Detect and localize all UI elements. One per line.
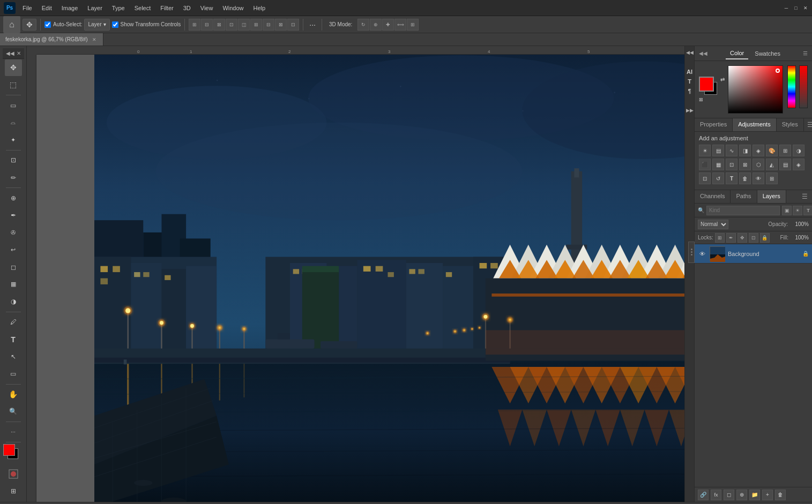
exposure-adj-btn[interactable]: ◨ [739, 145, 751, 156]
adj-del-btn[interactable]: 🗑 [739, 172, 751, 184]
path-select-button[interactable]: ↖ [5, 348, 22, 365]
align-top-button[interactable]: ⊡ [226, 19, 237, 31]
doc-tab-close-button[interactable]: ✕ [91, 36, 98, 43]
styles-tab[interactable]: Styles [777, 118, 804, 131]
brightness-adj-btn[interactable]: ☀ [699, 145, 711, 156]
color-saturation-box[interactable] [728, 65, 783, 114]
distribute-v-button[interactable]: ⊠ [275, 19, 287, 31]
adj-prev-btn[interactable]: ↺ [712, 172, 724, 184]
reset-colors-button[interactable]: ⊠ [699, 97, 703, 102]
blend-mode-select[interactable]: Normal Multiply Screen Overlay [698, 220, 728, 229]
menu-select[interactable]: Select [130, 3, 155, 13]
layers-search-input[interactable] [706, 206, 780, 215]
color-panel-menu[interactable]: ☰ [803, 50, 808, 56]
hue-sat-adj-btn[interactable]: 🎨 [766, 145, 778, 156]
eraser-button[interactable]: ◻ [5, 259, 22, 275]
distribute-button[interactable]: ⊡ [287, 19, 299, 31]
artboard-tool-button[interactable]: ⬚ [5, 77, 22, 93]
ai-collapse-top[interactable]: ◀◀ [686, 48, 694, 57]
posterize-btn[interactable]: ⬡ [753, 159, 764, 170]
menu-type[interactable]: Type [108, 3, 129, 13]
hue-slider[interactable] [787, 65, 796, 108]
invert-btn[interactable]: ⊠ [739, 159, 751, 170]
adj-eye-btn[interactable]: 👁 [753, 172, 764, 184]
menu-help[interactable]: Help [249, 3, 270, 13]
opacity-value[interactable]: 100% [790, 221, 809, 227]
foreground-color-swatch[interactable] [3, 444, 15, 456]
layer-new-btn[interactable]: + [762, 490, 773, 500]
auto-select-checkbox[interactable] [44, 21, 51, 28]
ai-type-btn[interactable]: T [686, 77, 694, 86]
lock-all-btn[interactable]: 🔒 [760, 233, 770, 243]
channels-tab[interactable]: Channels [695, 190, 731, 203]
filter-adj-icon[interactable]: ☀ [793, 206, 802, 215]
swap-colors-button[interactable]: ⇄ [720, 77, 725, 82]
layer-adj-btn[interactable]: ⊕ [736, 490, 747, 500]
zoom-tool-button[interactable]: 🔍 [5, 403, 22, 420]
menu-filter[interactable]: Filter [156, 3, 177, 13]
marquee-tool-button[interactable]: ▭ [5, 97, 22, 114]
layer-background-item[interactable]: 👁 Background 🔒 [695, 244, 812, 264]
home-button[interactable]: ⌂ [3, 16, 20, 33]
clone-stamp-button[interactable]: ✇ [5, 224, 22, 241]
foreground-color-display[interactable] [699, 77, 714, 92]
more-tools-button[interactable]: ··· [5, 424, 22, 440]
align-center-v-button[interactable]: ◫ [238, 19, 250, 31]
crop-tool-button[interactable]: ⊡ [5, 152, 22, 169]
lock-paint-btn[interactable]: ✒ [726, 233, 736, 243]
menu-3d[interactable]: 3D [179, 3, 195, 13]
maximize-button[interactable]: □ [792, 4, 800, 12]
3d-pan-button[interactable]: ✚ [382, 19, 394, 31]
color-tab[interactable]: Color [726, 48, 748, 59]
move-tool-options[interactable]: ✥ [23, 19, 36, 31]
vibrance-adj-btn[interactable]: ◈ [753, 145, 764, 156]
menu-layer[interactable]: Layer [83, 3, 107, 13]
quick-mask-button[interactable] [5, 465, 22, 482]
layer-delete-btn[interactable]: 🗑 [775, 490, 786, 500]
curves-adj-btn[interactable]: ∿ [726, 145, 737, 156]
3d-rotate-button[interactable]: ↻ [357, 19, 369, 31]
color-balance-adj-btn[interactable]: ⊞ [779, 145, 791, 156]
hand-tool-button[interactable]: ✋ [5, 386, 22, 403]
layer-fx-btn[interactable]: fx [711, 490, 721, 500]
3d-roll-button[interactable]: ⊕ [370, 19, 382, 31]
layer-folder-btn[interactable]: 📁 [749, 490, 760, 500]
gradient-button[interactable]: ▦ [5, 276, 22, 292]
panel-collapse-handle[interactable] [688, 242, 695, 263]
adj-panel-menu[interactable]: ☰ [804, 118, 812, 131]
layer-mask-btn[interactable]: ◻ [724, 490, 734, 500]
lasso-tool-button[interactable]: ⌓ [5, 114, 22, 131]
adj-grid-btn[interactable]: ⊞ [766, 172, 778, 184]
menu-view[interactable]: View [196, 3, 218, 13]
close-button[interactable]: ✕ [801, 4, 810, 12]
move-tool-button[interactable]: ✥ [5, 59, 22, 76]
menu-file[interactable]: File [18, 3, 36, 13]
lock-position-btn[interactable]: ✥ [737, 233, 747, 243]
ai-expand-btn[interactable]: ▶▶ [686, 106, 694, 115]
more-options-button[interactable]: ··· [307, 19, 318, 30]
toolbar-close-icon[interactable]: ✕ [17, 50, 21, 56]
align-bottom-button[interactable]: ⊞ [250, 19, 262, 31]
filter-type-icon[interactable]: T [803, 206, 812, 215]
ai-text-btn[interactable]: AI [686, 67, 694, 76]
align-left-button[interactable]: ⊞ [189, 19, 200, 31]
history-brush-button[interactable]: ↩ [5, 242, 22, 258]
bw-adj-btn[interactable]: ◑ [793, 145, 804, 156]
adjustments-tab[interactable]: Adjustments [733, 118, 777, 131]
3d-slide-button[interactable]: ⟺ [394, 19, 406, 31]
document-tab[interactable]: feskekorka.jpg @ 66,7% (RGB/8#) ✕ [0, 33, 103, 46]
minimize-button[interactable]: ─ [782, 4, 791, 12]
menu-image[interactable]: Image [57, 3, 83, 13]
3d-scale-button[interactable]: ⊞ [407, 19, 419, 31]
distribute-h-button[interactable]: ⊟ [263, 19, 274, 31]
eyedropper-button[interactable]: ✏ [5, 169, 22, 186]
alpha-slider[interactable] [799, 65, 808, 108]
filter-pixel-icon[interactable]: ▣ [782, 206, 792, 215]
adj-clip-btn[interactable]: ⊡ [699, 172, 711, 184]
healing-brush-button[interactable]: ⊕ [5, 190, 22, 206]
shape-tool-button[interactable]: ▭ [5, 365, 22, 382]
pen-tool-button[interactable]: 🖊 [5, 314, 22, 330]
text-tool-button[interactable]: T [5, 331, 22, 348]
photo-filter-btn[interactable]: ⬛ [699, 159, 711, 170]
channel-mix-btn[interactable]: ▦ [712, 159, 724, 170]
